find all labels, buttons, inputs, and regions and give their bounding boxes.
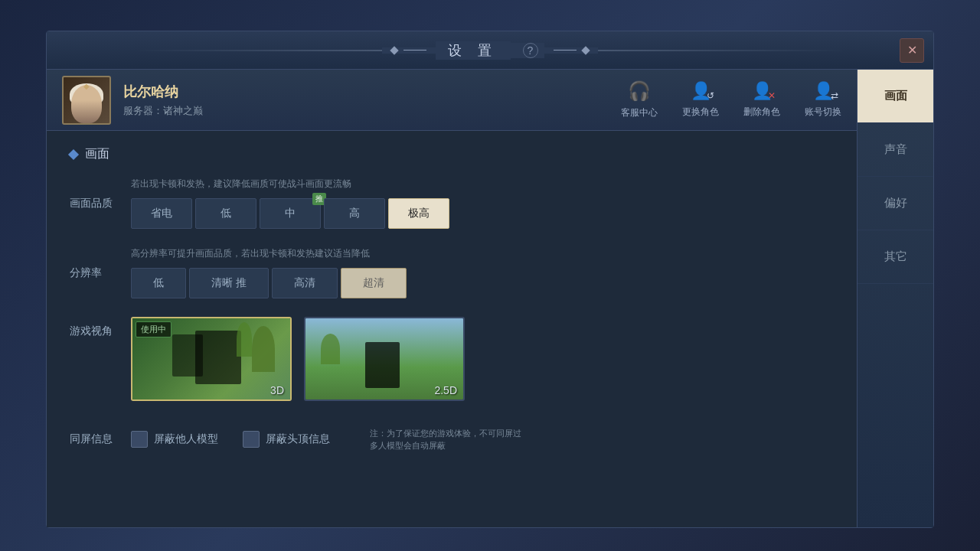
dialog-body: ◆ 比尔哈纳 服务器：诸神之巅 🎧 客服中心 👤↺ 更换角色 bbox=[47, 70, 933, 527]
quality-btn-ultra[interactable]: 极高 bbox=[388, 198, 449, 229]
view-3d-label: 3D bbox=[270, 384, 284, 396]
quality-row: 画面品质 若出现卡顿和发热，建议降低画质可使战斗画面更流畅 省电 低 中 推 高… bbox=[70, 178, 834, 229]
view-2.5d-option[interactable]: 2.5D bbox=[304, 317, 465, 401]
resolution-row: 分辨率 高分辨率可提升画面品质，若出现卡顿和发热建议适当降低 低 清晰 推 高清… bbox=[70, 247, 834, 298]
resolution-btn-group: 低 清晰 推 高清 超清 bbox=[131, 268, 834, 298]
section-diamond-icon bbox=[68, 148, 79, 159]
profile-bar: ◆ 比尔哈纳 服务器：诸神之巅 🎧 客服中心 👤↺ 更换角色 bbox=[47, 70, 857, 131]
quality-btn-save[interactable]: 省电 bbox=[131, 198, 192, 229]
customer-service-button[interactable]: 🎧 客服中心 bbox=[621, 80, 658, 119]
delete-role-label: 删除角色 bbox=[743, 106, 780, 119]
close-button[interactable]: ✕ bbox=[900, 38, 924, 63]
title-line-right bbox=[554, 50, 577, 51]
block-names-group: 屏蔽头顶信息 bbox=[243, 431, 330, 448]
delete-role-button[interactable]: 👤✕ 删除角色 bbox=[743, 81, 780, 119]
2.5d-tree bbox=[321, 334, 340, 364]
switch-account-icon: 👤⇄ bbox=[813, 81, 834, 101]
block-names-checkbox[interactable] bbox=[243, 431, 260, 448]
quality-btn-low[interactable]: 低 bbox=[195, 198, 256, 229]
title-left-decoration bbox=[382, 47, 436, 54]
same-screen-label: 同屏信息 bbox=[70, 432, 131, 446]
3d-tree bbox=[252, 326, 275, 372]
server-label: 服务器： bbox=[123, 105, 163, 116]
tab-preference[interactable]: 偏好 bbox=[858, 177, 933, 230]
block-models-checkbox[interactable] bbox=[131, 431, 148, 448]
switch-account-label: 账号切换 bbox=[805, 106, 841, 119]
same-screen-row: 同屏信息 屏蔽他人模型 屏蔽头顶信息 注：为了保证您的游戏体验，不可同屏过多人模… bbox=[70, 419, 834, 459]
avatar: ◆ bbox=[62, 76, 111, 125]
view-2.5d-label: 2.5D bbox=[434, 384, 457, 396]
2.5d-character bbox=[365, 342, 400, 388]
right-sidebar: 画面 声音 偏好 其它 bbox=[857, 70, 933, 527]
profile-info: 比尔哈纳 服务器：诸神之巅 bbox=[123, 83, 203, 118]
switch-account-button[interactable]: 👤⇄ 账号切换 bbox=[805, 81, 841, 119]
change-role-label: 更换角色 bbox=[682, 106, 719, 119]
customer-service-label: 客服中心 bbox=[621, 106, 658, 119]
resolution-control: 高分辨率可提升画面品质，若出现卡顿和发热建议适当降低 低 清晰 推 高清 超清 bbox=[131, 247, 834, 298]
block-models-label: 屏蔽他人模型 bbox=[154, 432, 218, 446]
3d-character2 bbox=[172, 334, 203, 377]
server-info: 服务器：诸神之巅 bbox=[123, 104, 203, 118]
resolution-label: 分辨率 bbox=[70, 266, 131, 280]
tab-graphics[interactable]: 画面 bbox=[858, 70, 933, 123]
clear-badge: 推 bbox=[236, 276, 247, 289]
in-use-badge: 使用中 bbox=[136, 321, 172, 337]
change-role-button[interactable]: 👤↺ 更换角色 bbox=[682, 81, 719, 119]
title-bar: 设 置 ? ✕ bbox=[47, 31, 933, 70]
quality-btn-high[interactable]: 高 bbox=[324, 198, 385, 229]
section-header: 画面 bbox=[70, 146, 834, 162]
help-button[interactable]: ? bbox=[523, 43, 538, 58]
quality-hint: 若出现卡顿和发热，建议降低画质可使战斗画面更流畅 bbox=[131, 178, 834, 191]
delete-role-icon: 👤✕ bbox=[752, 81, 773, 101]
dialog-title: 设 置 bbox=[436, 41, 510, 60]
res-btn-ultra[interactable]: 超清 bbox=[341, 268, 407, 298]
quality-btn-medium[interactable]: 中 推 bbox=[260, 198, 321, 229]
view-angle-thumbnails: 使用中 3D 2.5D bbox=[131, 317, 465, 401]
quality-label: 画面品质 bbox=[70, 197, 131, 210]
same-screen-controls: 屏蔽他人模型 屏蔽头顶信息 注：为了保证您的游戏体验，不可同屏过多人模型会自动屏… bbox=[131, 427, 523, 452]
quality-control: 若出现卡顿和发热，建议降低画质可使战斗画面更流畅 省电 低 中 推 高 极高 bbox=[131, 178, 834, 229]
server-name: 诸神之巅 bbox=[163, 105, 203, 116]
diamond-right bbox=[581, 46, 590, 54]
block-names-label: 屏蔽头顶信息 bbox=[266, 432, 330, 446]
same-screen-note: 注：为了保证您的游戏体验，不可同屏过多人模型会自动屏蔽 bbox=[370, 427, 523, 452]
avatar-crown-icon: ◆ bbox=[83, 82, 90, 90]
res-btn-hd[interactable]: 高清 bbox=[272, 268, 338, 298]
settings-dialog: 设 置 ? ✕ ◆ 比尔哈纳 服务器：诸神之巅 bbox=[46, 31, 934, 528]
res-btn-low[interactable]: 低 bbox=[131, 268, 186, 298]
view-angle-row: 游戏视角 使用中 3D bbox=[70, 317, 834, 401]
profile-actions: 🎧 客服中心 👤↺ 更换角色 👤✕ 删除角色 👤⇄ 账号切换 bbox=[621, 80, 841, 119]
main-content: ◆ 比尔哈纳 服务器：诸神之巅 🎧 客服中心 👤↺ 更换角色 bbox=[47, 70, 857, 527]
title-line-left bbox=[403, 50, 426, 51]
quality-btn-group: 省电 低 中 推 高 极高 bbox=[131, 198, 834, 229]
block-models-group: 屏蔽他人模型 bbox=[131, 431, 218, 448]
change-role-icon: 👤↺ bbox=[691, 81, 711, 101]
resolution-hint: 高分辨率可提升画面品质，若出现卡顿和发热建议适当降低 bbox=[131, 247, 834, 260]
title-right-decoration bbox=[544, 47, 598, 54]
section-title: 画面 bbox=[85, 146, 109, 162]
diamond-left bbox=[390, 46, 399, 54]
3d-tree2 bbox=[237, 322, 252, 357]
avatar-face bbox=[71, 85, 102, 123]
settings-area: 画面 画面品质 若出现卡顿和发热，建议降低画质可使战斗画面更流畅 省电 低 中 … bbox=[47, 131, 857, 527]
view-angle-label: 游戏视角 bbox=[70, 317, 131, 338]
tab-other[interactable]: 其它 bbox=[858, 230, 933, 284]
headset-icon: 🎧 bbox=[628, 80, 651, 102]
res-btn-clear[interactable]: 清晰 推 bbox=[189, 268, 269, 298]
tab-sound[interactable]: 声音 bbox=[858, 123, 933, 177]
view-3d-option[interactable]: 使用中 3D bbox=[131, 317, 292, 401]
player-name: 比尔哈纳 bbox=[123, 83, 203, 101]
